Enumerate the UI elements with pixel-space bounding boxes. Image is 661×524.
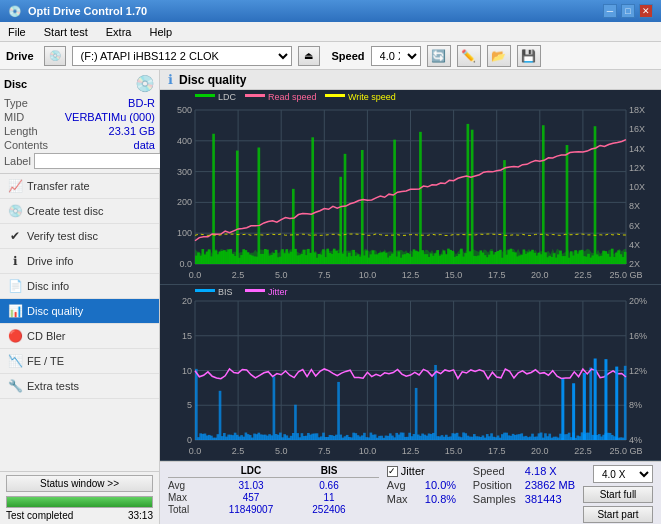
speed-section: Speed 4.18 X Position 23862 MB Samples 3…: [473, 465, 575, 505]
disc-length-val: 23.31 GB: [109, 125, 155, 137]
extra-tests-icon: 🔧: [8, 379, 22, 393]
charts-container: [160, 90, 661, 461]
disc-mid-val: VERBATIMu (000): [65, 111, 155, 123]
disc-info-icon: 📄: [8, 279, 22, 293]
samples-row: Samples 381443: [473, 493, 575, 505]
extra-tests-label: Extra tests: [27, 380, 79, 392]
jitter-max-row: Max 10.8%: [387, 493, 465, 505]
action-section: 4.0 X Start full Start part: [583, 465, 653, 523]
progress-bar: [6, 496, 153, 508]
start-full-button[interactable]: Start full: [583, 486, 653, 503]
sidebar-item-create-test-disc[interactable]: 💿 Create test disc: [0, 199, 159, 224]
stats-bis-header: BIS: [294, 465, 364, 476]
drive-info-label: Drive info: [27, 255, 73, 267]
progress-bar-fill: [7, 497, 152, 507]
drive-icon: 💿: [44, 46, 66, 66]
position-row: Position 23862 MB: [473, 479, 575, 491]
save-button[interactable]: 💾: [517, 45, 541, 67]
status-time: 33:13: [128, 510, 153, 521]
speed-select[interactable]: 4.0 X: [371, 46, 421, 66]
cd-bler-label: CD Bler: [27, 330, 66, 342]
ldc-chart: [160, 90, 661, 282]
sidebar-item-fe-te[interactable]: 📉 FE / TE: [0, 349, 159, 374]
drivebar: Drive 💿 (F:) ATAPI iHBS112 2 CLOK ⏏ Spee…: [0, 42, 661, 70]
stats-header-row: LDC BIS: [168, 465, 379, 478]
jitter-section: ✓ Jitter Avg 10.0% Max 10.8%: [387, 465, 465, 505]
disc-contents-key: Contents: [4, 139, 48, 151]
app-icon: 💿: [8, 5, 22, 18]
status-bottom: Test completed 33:13: [6, 510, 153, 521]
status-text: Test completed: [6, 510, 73, 521]
main-layout: Disc 💿 Type BD-R MID VERBATIMu (000) Len…: [0, 70, 661, 524]
titlebar-left: 💿 Opti Drive Control 1.70: [8, 5, 147, 18]
fe-te-icon: 📉: [8, 354, 22, 368]
disc-mid-row: MID VERBATIMu (000): [4, 111, 155, 123]
stats-total-ldc: 11849007: [216, 504, 286, 515]
close-button[interactable]: ✕: [639, 4, 653, 18]
speed-dropdown[interactable]: 4.0 X: [593, 465, 653, 483]
disc-length-row: Length 23.31 GB: [4, 125, 155, 137]
eject-button[interactable]: ⏏: [298, 46, 320, 66]
disc-length-key: Length: [4, 125, 38, 137]
disc-header-label: Disc: [4, 78, 27, 90]
stats-avg-ldc: 31.03: [216, 480, 286, 491]
chart1-wrapper: [160, 90, 661, 285]
disc-info-label: Disc info: [27, 280, 69, 292]
folder-button[interactable]: 📂: [487, 45, 511, 67]
sidebar-item-disc-info[interactable]: 📄 Disc info: [0, 274, 159, 299]
drive-info-icon: ℹ: [8, 254, 22, 268]
jitter-label: Jitter: [401, 465, 425, 477]
position-val: 23862 MB: [525, 479, 575, 491]
sidebar-item-extra-tests[interactable]: 🔧 Extra tests: [0, 374, 159, 399]
dq-icon: ℹ: [168, 72, 173, 87]
sidebar-item-disc-quality[interactable]: 📊 Disc quality: [0, 299, 159, 324]
edit-button[interactable]: ✏️: [457, 45, 481, 67]
disc-type-val: BD-R: [128, 97, 155, 109]
drive-select[interactable]: (F:) ATAPI iHBS112 2 CLOK: [72, 46, 292, 66]
disc-panel: Disc 💿 Type BD-R MID VERBATIMu (000) Len…: [0, 70, 159, 174]
disc-quality-label: Disc quality: [27, 305, 83, 317]
verify-test-disc-icon: ✔: [8, 229, 22, 243]
jitter-max-val: 10.8%: [425, 493, 465, 505]
disc-type-row: Type BD-R: [4, 97, 155, 109]
verify-test-disc-label: Verify test disc: [27, 230, 98, 242]
stats-avg-row: Avg 31.03 0.66: [168, 480, 379, 491]
stats-ldc-header: LDC: [216, 465, 286, 476]
menubar: File Start test Extra Help: [0, 22, 661, 42]
content-area: ℹ Disc quality LDC BIS: [160, 70, 661, 524]
transfer-rate-icon: 📈: [8, 179, 22, 193]
position-key: Position: [473, 479, 521, 491]
start-part-button[interactable]: Start part: [583, 506, 653, 523]
sidebar-item-transfer-rate[interactable]: 📈 Transfer rate: [0, 174, 159, 199]
menu-file[interactable]: File: [4, 25, 30, 39]
samples-key: Samples: [473, 493, 521, 505]
disc-header-icon: 💿: [135, 74, 155, 93]
menu-extra[interactable]: Extra: [102, 25, 136, 39]
disc-label-key: Label: [4, 155, 31, 167]
sidebar-item-drive-info[interactable]: ℹ Drive info: [0, 249, 159, 274]
disc-contents-row: Contents data: [4, 139, 155, 151]
sidebar-item-cd-bler[interactable]: 🔴 CD Bler: [0, 324, 159, 349]
disc-label-input[interactable]: [34, 153, 169, 169]
speed-key: Speed: [473, 465, 521, 477]
sidebar-item-verify-test-disc[interactable]: ✔ Verify test disc: [0, 224, 159, 249]
jitter-checkbox[interactable]: ✓: [387, 466, 398, 477]
create-test-disc-icon: 💿: [8, 204, 22, 218]
chart2-wrapper: [160, 285, 661, 461]
menu-help[interactable]: Help: [145, 25, 176, 39]
jitter-max-label: Max: [387, 493, 417, 505]
minimize-button[interactable]: ─: [603, 4, 617, 18]
status-window-button[interactable]: Status window >>: [6, 475, 153, 492]
refresh-button[interactable]: 🔄: [427, 45, 451, 67]
menu-start-test[interactable]: Start test: [40, 25, 92, 39]
stats-max-label: Max: [168, 492, 208, 503]
disc-contents-val: data: [134, 139, 155, 151]
maximize-button[interactable]: □: [621, 4, 635, 18]
stats-panel: LDC BIS Avg 31.03 0.66 Max 457 11 Total …: [160, 461, 661, 524]
app-title: Opti Drive Control 1.70: [28, 5, 147, 17]
samples-val: 381443: [525, 493, 562, 505]
create-test-disc-label: Create test disc: [27, 205, 103, 217]
disc-quality-icon: 📊: [8, 304, 22, 318]
stats-total-label: Total: [168, 504, 208, 515]
stats-max-bis: 11: [294, 492, 364, 503]
